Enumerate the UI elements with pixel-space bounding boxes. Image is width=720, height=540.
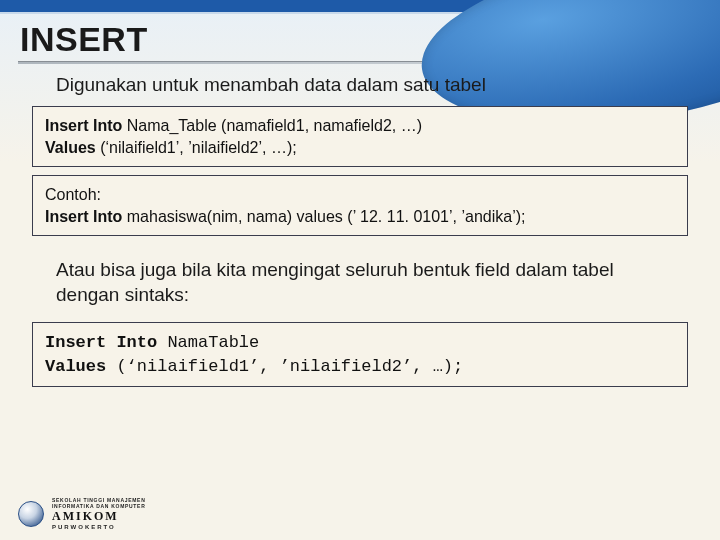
keyword: Insert Into — [45, 208, 122, 225]
lead-paragraph: Digunakan untuk menambah data dalam satu… — [56, 74, 694, 96]
footer-institution: AMIKOM — [52, 509, 145, 524]
footer: SEKOLAH TINGGI MANAJEMEN INFORMATIKA DAN… — [18, 497, 145, 530]
code-text: NamaTable — [157, 333, 259, 352]
code-text: Nama_Table (namafield1, namafield2, …) — [122, 117, 422, 134]
slide-title: INSERT — [0, 14, 720, 59]
slide-body: Digunakan untuk menambah data dalam satu… — [0, 74, 720, 387]
footer-text: SEKOLAH TINGGI MANAJEMEN INFORMATIKA DAN… — [52, 497, 145, 530]
mid-paragraph: Atau bisa juga bila kita mengingat selur… — [56, 258, 664, 307]
keyword: Insert Into — [45, 117, 122, 134]
keyword: Insert Into — [45, 333, 157, 352]
footer-city: PURWOKERTO — [52, 524, 145, 530]
code-text: mahasiswa(nim, nama) values (’ 12. 11. 0… — [122, 208, 525, 225]
code-line: Insert Into Nama_Table (namafield1, nama… — [45, 115, 675, 137]
code-line: Values (‘nilaifield1’, ’nilaifield2’, …)… — [45, 355, 675, 379]
institution-logo-icon — [18, 501, 44, 527]
example-box: Contoh: Insert Into mahasiswa(nim, nama)… — [32, 175, 688, 236]
code-line: Insert Into mahasiswa(nim, nama) values … — [45, 206, 675, 228]
syntax-box-1: Insert Into Nama_Table (namafield1, nama… — [32, 106, 688, 167]
keyword: Values — [45, 357, 106, 376]
code-line: Insert Into NamaTable — [45, 331, 675, 355]
keyword: Values — [45, 139, 96, 156]
code-text: (‘nilaifield1’, ’nilaifield2’, …); — [96, 139, 297, 156]
syntax-box-2: Insert Into NamaTable Values (‘nilaifiel… — [32, 322, 688, 388]
code-line: Values (‘nilaifield1’, ’nilaifield2’, …)… — [45, 137, 675, 159]
code-line: Contoh: — [45, 184, 675, 206]
code-text: (‘nilaifield1’, ’nilaifield2’, …); — [106, 357, 463, 376]
